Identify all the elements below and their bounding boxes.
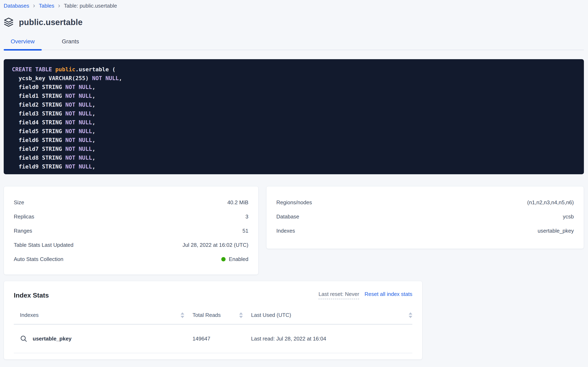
sort-icon — [409, 312, 412, 318]
detail-row-size: Size 40.2 MiB — [14, 195, 248, 210]
detail-label: Table Stats Last Updated — [14, 242, 74, 248]
sql-code-line: field6 STRING NOT NULL, — [12, 136, 576, 144]
column-header-total-reads[interactable]: Total Reads — [192, 312, 243, 318]
reset-all-index-stats-link[interactable]: Reset all index stats — [364, 291, 412, 297]
detail-label: Replicas — [14, 214, 34, 220]
sql-code-line: field0 STRING NOT NULL, — [12, 83, 576, 92]
sql-code-line: field4 STRING NOT NULL, — [12, 118, 576, 127]
detail-row-ranges: Ranges 51 — [14, 224, 248, 238]
detail-value: 51 — [242, 228, 248, 234]
page-title: public.usertable — [19, 18, 83, 27]
detail-label: Indexes — [276, 228, 295, 234]
tab-grants[interactable]: Grants — [55, 36, 86, 50]
table-layers-icon — [4, 17, 14, 27]
breadcrumb-current: Table: public.usertable — [64, 3, 117, 9]
sql-code-line: field5 STRING NOT NULL, — [12, 127, 576, 136]
search-icon — [20, 335, 27, 342]
chevron-right-icon: › — [58, 2, 60, 9]
detail-label: Regions/nodes — [276, 199, 312, 206]
last-used-cell: Last read: Jul 28, 2022 at 16:04 — [251, 335, 412, 342]
detail-label: Database — [276, 214, 299, 220]
detail-value: 40.2 MiB — [227, 199, 248, 206]
detail-label: Auto Stats Collection — [14, 256, 63, 262]
last-reset-label: Last reset: Never — [318, 291, 359, 299]
sql-code-line: field3 STRING NOT NULL, — [12, 109, 576, 118]
create-table-statement: CREATE TABLE public.usertable ( ycsb_key… — [4, 59, 584, 174]
detail-value: 3 — [246, 214, 248, 220]
total-reads-cell: 149647 — [192, 335, 243, 342]
sql-code-line: field9 STRING NOT NULL, — [12, 162, 576, 171]
sort-icon — [181, 312, 184, 318]
index-stats-header: Index Stats Last reset: Never Reset all … — [14, 291, 412, 299]
tab-overview[interactable]: Overview — [4, 36, 42, 50]
index-stats-table-header: Indexes Total Reads Last Used (UTC) — [14, 309, 412, 325]
index-stats-table-row: usertable_pkey 149647 Last read: Jul 28,… — [14, 325, 412, 353]
status-dot-enabled-icon — [221, 257, 226, 261]
status-text: Enabled — [229, 256, 248, 262]
column-header-label: Indexes — [20, 312, 39, 318]
index-stats-card: Index Stats Last reset: Never Reset all … — [4, 281, 422, 360]
index-stats-table: Indexes Total Reads Last Used (UTC) — [14, 309, 412, 353]
index-stats-title: Index Stats — [14, 292, 49, 299]
detail-value: usertable_pkey — [538, 228, 574, 234]
detail-row-regions: Regions/nodes (n1,n2,n3,n4,n5,n6) — [276, 195, 574, 210]
detail-row-database: Database ycsb — [276, 210, 574, 224]
column-header-label: Last Used (UTC) — [251, 312, 291, 318]
index-stats-reset-area: Last reset: Never Reset all index stats — [318, 291, 412, 299]
detail-value: Jul 28, 2022 at 16:02 (UTC) — [182, 242, 248, 248]
sql-code-line: ycsb_key VARCHAR(255) NOT NULL, — [12, 74, 576, 83]
sort-icon — [239, 312, 243, 318]
detail-value: (n1,n2,n3,n4,n5,n6) — [527, 199, 574, 206]
breadcrumb-link-databases[interactable]: Databases — [4, 3, 29, 9]
detail-row-stats-updated: Table Stats Last Updated Jul 28, 2022 at… — [14, 238, 248, 252]
sql-code-line: field8 STRING NOT NULL, — [12, 153, 576, 162]
detail-label: Size — [14, 199, 24, 206]
page-title-row: public.usertable — [4, 17, 584, 27]
table-overview-card: Size 40.2 MiB Replicas 3 Ranges 51 Table… — [4, 186, 258, 275]
table-meta-card: Regions/nodes (n1,n2,n3,n4,n5,n6) Databa… — [266, 186, 584, 249]
detail-row-replicas: Replicas 3 — [14, 210, 248, 224]
column-header-indexes[interactable]: Indexes — [14, 312, 184, 318]
sql-code-line: field2 STRING NOT NULL, — [12, 100, 576, 109]
index-name-link[interactable]: usertable_pkey — [33, 335, 72, 342]
sql-code-line: field7 STRING NOT NULL, — [12, 144, 576, 153]
breadcrumb-link-tables[interactable]: Tables — [39, 3, 54, 9]
detail-row-indexes: Indexes usertable_pkey — [276, 224, 574, 238]
tab-bar: Overview Grants — [4, 36, 584, 50]
detail-value: ycsb — [563, 214, 574, 220]
detail-cards-row: Size 40.2 MiB Replicas 3 Ranges 51 Table… — [4, 186, 584, 275]
index-name-cell: usertable_pkey — [14, 335, 184, 342]
sql-code-line: CREATE TABLE public.usertable ( — [12, 65, 576, 74]
sql-code-line: field1 STRING NOT NULL, — [12, 92, 576, 100]
column-header-last-used[interactable]: Last Used (UTC) — [251, 312, 412, 318]
breadcrumb: Databases › Tables › Table: public.usert… — [4, 0, 584, 9]
column-header-label: Total Reads — [192, 312, 221, 318]
detail-label: Ranges — [14, 228, 32, 234]
detail-row-auto-stats: Auto Stats Collection Enabled — [14, 252, 248, 266]
detail-value: Enabled — [221, 256, 248, 262]
chevron-right-icon: › — [33, 2, 35, 9]
table-details-page: Databases › Tables › Table: public.usert… — [0, 0, 588, 360]
